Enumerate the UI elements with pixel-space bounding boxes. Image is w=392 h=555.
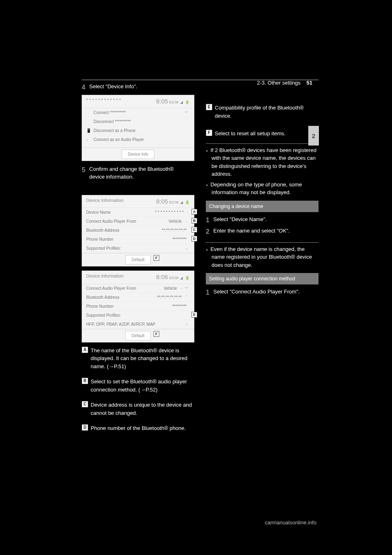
callout-e-text: Compatibility profile of the Bluetooth® … — [215, 104, 318, 120]
callout-b: B Select to set the Bluetooth® audio pla… — [82, 378, 194, 394]
value-vehicle: Vehicle — [164, 285, 177, 291]
left-column: 4 Select "Device Info". * * * * * * * * … — [82, 83, 194, 434]
row-bt-address: Bluetooth Address **:**:**:**:**:** C — [82, 226, 194, 235]
default-button: Default — [125, 255, 151, 264]
step-number-4: 4 — [82, 84, 85, 91]
shot2-time: 8:05 — [156, 198, 168, 205]
label-box-a: A — [82, 347, 88, 353]
step-1-rename: 1 Select "Device Name". — [206, 215, 318, 225]
default-button: Default — [125, 331, 151, 340]
back-icon: ↩ — [185, 110, 188, 115]
phone-icon: 📱 — [86, 128, 92, 134]
label-box-e: E — [206, 104, 212, 110]
two-column-layout: 4 Select "Device Info". * * * * * * * * … — [82, 83, 318, 434]
step-number-2: 2 — [206, 228, 209, 235]
profiles-list: HFP, OPP, PBAP, A2DP, AVRCP, MAP — [86, 321, 185, 327]
shot3-title: Device Information — [86, 273, 124, 282]
callout-a-text: The name of the Bluetooth® device is dis… — [91, 347, 194, 371]
shot1-row-disconnect-phone: 📱 Disconnect as a Phone — [82, 126, 194, 135]
step-1-audio: 1 Select "Connect Audio Player From". — [206, 288, 318, 298]
callout-c: C Device address is unique to the device… — [82, 401, 194, 417]
subhead-audio-method: Setting audio player connection method — [206, 273, 318, 284]
subhead-change-name: Changing a device name — [206, 201, 318, 212]
screenshot-device-info-2: Device Information 8:06 DCM ◢ 🔋 Connect … — [82, 271, 194, 342]
callout-e: E Compatibility profile of the Bluetooth… — [206, 104, 318, 120]
shot1-time: 8:05 — [156, 98, 168, 105]
step-5: 5 Confirm and change the Bluetooth® devi… — [82, 165, 194, 181]
shot2-footer: Default F — [82, 253, 194, 266]
note-2: Depending on the type of phone, some inf… — [206, 181, 318, 197]
screenshot-device-menu: * * * * * * * * * * * * 8:05 DCM ◢ 🔋 Con… — [82, 95, 194, 161]
shot1-footer: Device Info — [82, 148, 194, 161]
chevron-down-icon: ⌄ — [185, 219, 188, 224]
label-c: C — [192, 227, 197, 233]
row-bt-address-2: Bluetooth Address **:**:**:**:**:** ⌃ — [82, 293, 194, 302]
label-b: B — [192, 218, 197, 224]
scroll-up-icon: ⌃ — [185, 294, 188, 300]
callout-a: A The name of the Bluetooth® device is d… — [82, 347, 194, 371]
value-phone-number: ********* — [172, 303, 187, 309]
shot1-r1: Connect ********** — [94, 110, 185, 116]
shot1-r4: Connect as an Audio Player — [94, 137, 190, 143]
chevron-right-icon: › — [187, 210, 188, 215]
page-number: 2-3. Other settings 51 — [257, 80, 312, 86]
divider — [206, 143, 318, 144]
shot1-row-connect: Connect ********** ↩ — [82, 108, 194, 117]
label-a: A — [192, 209, 197, 215]
label-supported-profiles: Supported Profiles: — [86, 312, 190, 318]
step-4-text: Select "Device Info". — [89, 83, 179, 91]
row-phone-number: Phone Number ********* D — [82, 235, 194, 244]
footer-url: carmanualsonline.info — [265, 519, 316, 526]
row-phone-number-2: Phone Number ********* — [82, 302, 194, 311]
status-icons: DCM ◢ 🔋 — [169, 276, 190, 280]
device-info-button: Device Info — [122, 150, 154, 159]
back-icon: ↩ — [185, 285, 188, 291]
row-device-name: Device Name * * * * * * * * * * * › A — [82, 208, 194, 217]
divider — [206, 242, 318, 243]
step-1-audio-text: Select "Connect Audio Player From". — [214, 288, 303, 296]
row-connect-from-2: Connect Audio Player From Vehicle ⌄ ↩ — [82, 284, 194, 293]
callout-d: D Phone number of the Bluetooth® phone. — [82, 424, 194, 432]
label-box-b: B — [82, 378, 88, 384]
shot3-titlebar: Device Information 8:06 DCM ◢ 🔋 — [82, 271, 194, 284]
chevron-down-icon: ⌄ — [180, 285, 183, 291]
page-number-value: 51 — [307, 80, 312, 86]
music-icon: ♪ — [86, 137, 92, 143]
row-supported-profiles: Supported Profiles: ⌄ — [82, 244, 194, 253]
callout-d-text: Phone number of the Bluetooth® phone. — [91, 424, 194, 432]
callout-f-text: Select to reset all setup items. — [215, 130, 318, 138]
value-phone-number: ********* — [172, 236, 187, 242]
label-supported-profiles: Supported Profiles: — [86, 245, 185, 251]
shot3-footer: Default F — [82, 329, 194, 342]
label-d: D — [192, 236, 197, 242]
step-2-rename: 2 Enter the name and select "OK". — [206, 227, 318, 237]
label-connect-from: Connect Audio Player From — [86, 218, 169, 224]
shot1-r3: Disconnect as a Phone — [94, 128, 190, 134]
shot1-row-disconnect: Disconnect ********** — [82, 117, 194, 126]
shot1-titlebar: * * * * * * * * * * * * 8:05 DCM ◢ 🔋 — [82, 95, 194, 108]
shot1-title: * * * * * * * * * * * * — [86, 97, 121, 106]
label-e: E — [192, 312, 197, 318]
step-number-1: 1 — [206, 289, 209, 296]
step-number-1: 1 — [206, 217, 209, 224]
manual-page: 2-3. Other settings 51 2 4 Select "Devic… — [0, 0, 392, 555]
scroll-down-icon: ⌄ — [185, 321, 188, 327]
status-icons: DCM ◢ 🔋 — [169, 100, 190, 104]
value-bt-address: **:**:**:**:**:** — [162, 227, 187, 233]
chapter-tab: 2 — [308, 126, 319, 145]
step-1-rename-text: Select "Device Name". — [214, 215, 303, 224]
status-icons: DCM ◢ 🔋 — [169, 200, 190, 204]
step-5-text: Confirm and change the Bluetooth® device… — [89, 165, 179, 181]
label-phone-number: Phone Number — [86, 303, 172, 309]
shot2-title: Device Information — [86, 197, 124, 206]
scroll-down-icon: ⌄ — [185, 246, 188, 251]
shot1-row-connect-audio: ♪ Connect as an Audio Player — [82, 135, 194, 144]
shot3-time: 8:06 — [156, 273, 168, 280]
right-column: E Compatibility profile of the Bluetooth… — [206, 83, 318, 434]
screenshot-device-info-1: Device Information 8:05 DCM ◢ 🔋 Device N… — [82, 195, 194, 267]
rename-note: Even if the device name is changed, the … — [206, 245, 318, 269]
label-box-f: F — [206, 130, 212, 136]
value-device-name: * * * * * * * * * * * — [155, 209, 184, 215]
row-profiles-list: HFP, OPP, PBAP, A2DP, AVRCP, MAP ⌄ — [82, 320, 194, 329]
label-phone-number: Phone Number — [86, 236, 172, 242]
